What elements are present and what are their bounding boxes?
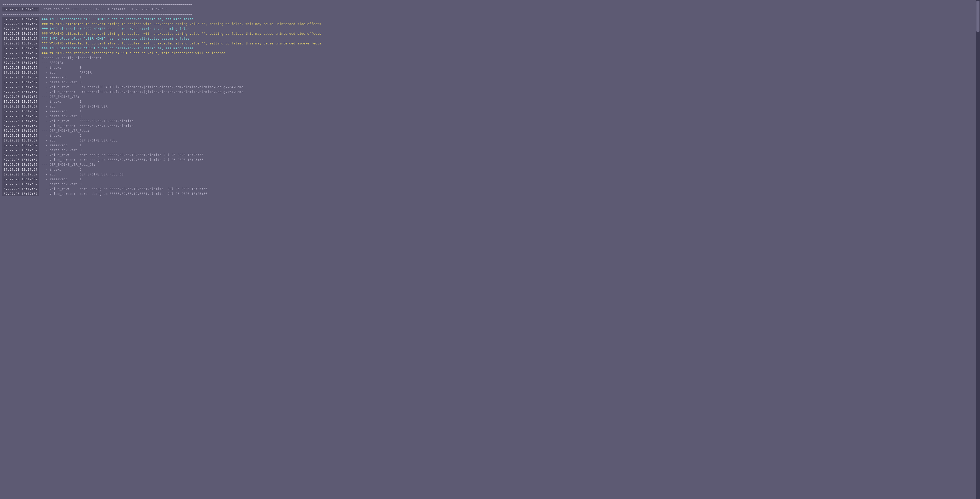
log-message: ### WARNING attempted to convert string … <box>41 21 321 26</box>
log-line: 07.27.20 10:17:57 - value_raw: C:\Users\… <box>2 84 978 89</box>
log-timestamp: 07.27.20 10:17:57 <box>2 109 39 114</box>
log-message: - index: 0 <box>41 65 82 70</box>
log-console: ========================================… <box>0 0 980 196</box>
log-timestamp: 07.27.20 10:17:58 <box>2 6 39 11</box>
log-message: - index: 3 <box>41 167 82 172</box>
log-message: - value_parsed: C:\Users\[REDACTED]\Deve… <box>41 89 243 94</box>
log-message: - reserved: 1 <box>41 109 82 114</box>
log-line: 07.27.20 10:17:57--- DEF_ENGINE_VER: <box>2 94 978 99</box>
log-line: 07.27.20 10:17:58 core debug pc 00006.09… <box>2 6 978 11</box>
log-timestamp: 07.27.20 10:17:57 <box>2 21 39 26</box>
log-line: 07.27.20 10:17:57--- DEF_ENGINE_VER_FULL… <box>2 128 978 133</box>
log-message: - reserved: 1 <box>41 75 82 80</box>
log-message: - value_parsed: 00006.09.30.19.0001.blam… <box>41 123 134 128</box>
log-line: 07.27.20 10:17:57 - parse_env_var: 0 <box>2 148 978 153</box>
log-message: ### INFO placeholder 'APD_ROAMING' has n… <box>41 17 193 21</box>
log-line: 07.27.20 10:17:57 - id: DEF_ENGINE_VER <box>2 104 978 109</box>
log-message: - id: DEF_ENGINE_VER_FULL <box>41 138 118 143</box>
log-line: 07.27.20 10:17:57 - id: DEF_ENGINE_VER_F… <box>2 172 978 177</box>
log-message: - id: APPDIR <box>41 70 92 75</box>
log-line: 07.27.20 10:17:57 - parse_env_var: 0 <box>2 182 978 187</box>
log-timestamp: 07.27.20 10:17:57 <box>2 167 39 172</box>
log-line: 07.27.20 10:17:57### WARNING attempted t… <box>2 31 978 36</box>
log-timestamp: 07.27.20 10:17:57 <box>2 162 39 167</box>
log-message: - value_parsed: core debug pc 00006.09.3… <box>41 191 207 196</box>
log-line: 07.27.20 10:17:57 - value_parsed: C:\Use… <box>2 89 978 94</box>
log-timestamp: 07.27.20 10:17:57 <box>2 104 39 109</box>
log-line: 07.27.20 10:17:57 - parse_env_var: 0 <box>2 114 978 118</box>
log-line: 07.27.20 10:17:57 - value_parsed: core d… <box>2 157 978 162</box>
log-line: 07.27.20 10:17:57--- APPDIR: <box>2 60 978 65</box>
log-timestamp: 07.27.20 10:17:57 <box>2 80 39 84</box>
log-line: 07.27.20 10:17:57 - value_parsed: 00006.… <box>2 123 978 128</box>
log-message: - id: DEF_ENGINE_VER <box>41 104 107 109</box>
log-timestamp: 07.27.20 10:17:57 <box>2 75 39 80</box>
log-timestamp: 07.27.20 10:17:57 <box>2 56 39 60</box>
log-line: 07.27.20 10:17:57--- DEF_ENGINE_VER_FULL… <box>2 162 978 167</box>
log-line: 07.27.20 10:17:57### INFO placeholder 'A… <box>2 17 978 21</box>
log-line: 07.27.20 10:17:57### INFO placeholder 'U… <box>2 36 978 41</box>
log-line: 07.27.20 10:17:57 - reserved: 1 <box>2 143 978 148</box>
log-timestamp: 07.27.20 10:17:57 <box>2 153 39 157</box>
log-timestamp: 07.27.20 10:17:57 <box>2 157 39 162</box>
log-message: - reserved: 1 <box>41 177 82 182</box>
log-timestamp: 07.27.20 10:17:57 <box>2 143 39 148</box>
log-message: - parse_env_var: 0 <box>41 148 82 153</box>
log-line: 07.27.20 10:17:57 - id: APPDIR <box>2 70 978 75</box>
log-message: --- DEF_ENGINE_VER_FULL_DS: <box>41 162 95 167</box>
log-line: 07.27.20 10:17:57 - reserved: 1 <box>2 75 978 80</box>
log-timestamp: 07.27.20 10:17:57 <box>2 41 39 46</box>
log-line: 07.27.20 10:17:57 - parse_env_var: 0 <box>2 80 978 84</box>
log-message: Loaded 21 config placeholders: <box>41 56 102 60</box>
log-line: 07.27.20 10:17:57 - index: 0 <box>2 65 978 70</box>
log-timestamp: 07.27.20 10:17:57 <box>2 172 39 177</box>
log-timestamp: 07.27.20 10:17:57 <box>2 51 39 56</box>
log-timestamp: 07.27.20 10:17:57 <box>2 128 39 133</box>
log-timestamp: 07.27.20 10:17:57 <box>2 94 39 99</box>
log-message: - value_raw: 00006.09.30.19.0001.blamite <box>41 118 134 123</box>
log-message: - parse_env_var: 0 <box>41 80 82 84</box>
log-line: 07.27.20 10:17:57 - index: 1 <box>2 99 978 104</box>
log-timestamp: 07.27.20 10:17:57 <box>2 148 39 153</box>
log-message: ### INFO placeholder 'USER_HOME' has no … <box>41 36 189 41</box>
log-line: 07.27.20 10:17:57 - reserved: 1 <box>2 177 978 182</box>
log-timestamp: 07.27.20 10:17:57 <box>2 36 39 41</box>
log-timestamp: 07.27.20 10:17:57 <box>2 46 39 51</box>
log-message: - reserved: 1 <box>41 143 82 148</box>
log-timestamp: 07.27.20 10:17:57 <box>2 26 39 31</box>
log-timestamp: 07.27.20 10:17:57 <box>2 187 39 191</box>
log-line: 07.27.20 10:17:57### INFO placeholder 'A… <box>2 46 978 51</box>
log-timestamp: 07.27.20 10:17:57 <box>2 182 39 187</box>
log-line: 07.27.20 10:17:57Loaded 21 config placeh… <box>2 56 978 60</box>
log-message: - index: 1 <box>41 99 82 104</box>
log-timestamp: 07.27.20 10:17:57 <box>2 191 39 196</box>
log-timestamp: 07.27.20 10:17:57 <box>2 118 39 123</box>
log-message: - value_raw: C:\Users\[REDACTED]\Develop… <box>41 84 243 89</box>
scrollbar-thumb[interactable] <box>977 1 980 32</box>
rule-line: ========================================… <box>2 11 978 16</box>
log-timestamp: 07.27.20 10:17:57 <box>2 138 39 143</box>
log-timestamp: 07.27.20 10:17:57 <box>2 17 39 21</box>
log-line: 07.27.20 10:17:57### WARNING attempted t… <box>2 21 978 26</box>
rule-line: ========================================… <box>2 2 978 6</box>
log-message: - parse_env_var: 0 <box>41 114 82 118</box>
log-message: ### INFO placeholder 'DOCUMENTS' has no … <box>41 26 189 31</box>
log-message: - value_raw: core debug pc 00006.09.30.1… <box>41 187 207 191</box>
log-message: ### INFO placeholder 'APPDIR' has no par… <box>41 46 193 51</box>
log-line: 07.27.20 10:17:57 - value_raw: core debu… <box>2 153 978 157</box>
log-message: - value_raw: core debug pc 00006.09.30.1… <box>41 153 204 157</box>
log-line: 07.27.20 10:17:57 - value_raw: 00006.09.… <box>2 118 978 123</box>
log-timestamp: 07.27.20 10:17:57 <box>2 177 39 182</box>
log-message: ### WARNING attempted to convert string … <box>41 41 321 46</box>
log-line: 07.27.20 10:17:57 - reserved: 1 <box>2 109 978 114</box>
vertical-scrollbar[interactable] <box>976 0 980 499</box>
log-message: --- DEF_ENGINE_VER_FULL: <box>41 128 89 133</box>
log-message: - id: DEF_ENGINE_VER_FULL_DS <box>41 172 124 177</box>
log-timestamp: 07.27.20 10:17:57 <box>2 123 39 128</box>
log-line: 07.27.20 10:17:57### WARNING non-reserve… <box>2 51 978 56</box>
log-line: 07.27.20 10:17:57 - id: DEF_ENGINE_VER_F… <box>2 138 978 143</box>
log-timestamp: 07.27.20 10:17:57 <box>2 60 39 65</box>
log-message: - parse_env_var: 0 <box>41 182 82 187</box>
log-line: 07.27.20 10:17:57 - index: 2 <box>2 133 978 138</box>
log-line: 07.27.20 10:17:57 - value_parsed: core d… <box>2 191 978 196</box>
